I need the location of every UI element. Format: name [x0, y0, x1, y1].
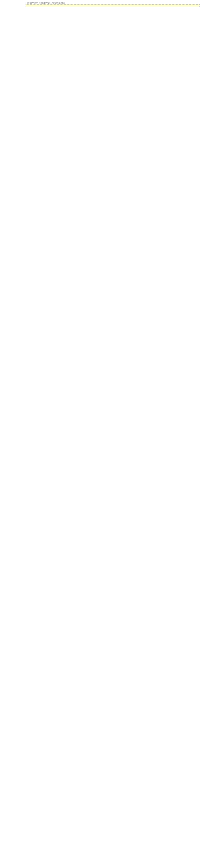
extension-container: [26, 4, 200, 6]
